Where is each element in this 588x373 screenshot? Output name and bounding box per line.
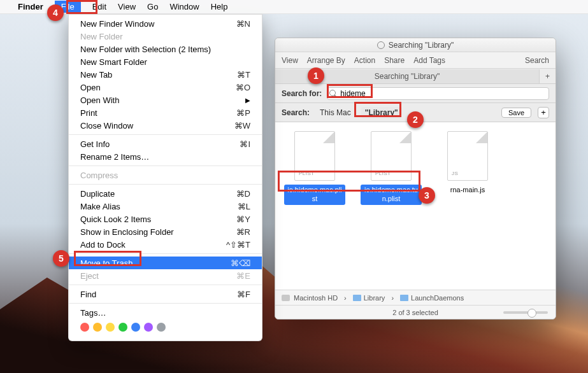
menu-item-eject: Eject⌘E [69,269,262,282]
toolbar-search[interactable]: Search [525,56,549,65]
callout-4: 4 [47,4,64,21]
menu-item-new-finder-window[interactable]: New Finder Window⌘N [69,17,262,30]
path-bar: Macintosh HD›Library›LaunchDaemons [275,290,556,305]
file-name: rna-main.js [448,185,487,196]
menubar-help[interactable]: Help [211,2,228,11]
path-crumb[interactable]: Macintosh HD [294,294,338,302]
file-name: io.hideme.mac.plist [284,185,345,205]
toolbar-view[interactable]: View [282,56,298,65]
menu-item-find[interactable]: Find⌘F [69,288,262,300]
add-criteria-button[interactable]: + [538,107,549,118]
menu-item-duplicate[interactable]: Duplicate⌘D [69,187,262,200]
search-icon [329,90,337,97]
menu-item-get-info[interactable]: Get Info⌘I [69,137,262,150]
callout-5: 5 [53,250,69,267]
path-crumb[interactable]: LaunchDaemons [400,294,464,302]
file-item[interactable]: PLISTio.hideme.mac.plist [284,131,345,205]
menu-item-new-folder: New Folder [69,30,262,43]
menu-item-rename-2-items[interactable]: Rename 2 Items… [69,150,262,163]
menu-item-quick-look-2-items[interactable]: Quick Look 2 Items⌘Y [69,213,262,225]
menu-item-make-alias[interactable]: Make Alias⌘L [69,200,262,213]
window-title: Searching "Library" [389,41,454,50]
menubar-app[interactable]: Finder [18,2,43,11]
finder-toolbar: View Arrange By Action Share Add Tags Se… [275,52,556,69]
menubar: Finder File Edit View Go Window Help [0,0,588,14]
menubar-view[interactable]: View [118,2,136,11]
search-input[interactable] [327,87,549,100]
menu-item-new-folder-with-selection-2-items[interactable]: New Folder with Selection (2 Items) [69,43,262,55]
path-crumb[interactable]: Library [353,294,385,302]
menu-item-open-with[interactable]: Open With▶ [69,94,262,106]
menubar-window[interactable]: Window [169,2,199,11]
folder-icon [353,295,361,301]
menu-item-move-to-trash[interactable]: Move to Trash⌘⌫ [69,257,262,269]
file-icon: PLIST [371,131,412,181]
save-search-button[interactable]: Save [501,108,531,118]
menubar-edit[interactable]: Edit [92,2,106,11]
menu-item-new-smart-folder[interactable]: New Smart Folder [69,55,262,68]
toolbar-action[interactable]: Action [354,56,375,65]
file-item[interactable]: PLISTio.hideme.mac.tun.plist [361,131,422,205]
callout-3: 3 [419,187,435,204]
disk-icon [282,295,290,301]
menu-item-print[interactable]: Print⌘P [69,106,262,119]
search-for-bar: Search for: [275,84,556,103]
file-item[interactable]: JSrna-main.js [437,131,498,196]
smart-folder-icon [377,41,385,49]
toolbar-arrange[interactable]: Arrange By [307,56,345,65]
file-name: io.hideme.mac.tun.plist [361,185,422,205]
menu-item-show-in-enclosing-folder[interactable]: Show in Enclosing Folder⌘R [69,225,262,238]
toolbar-share[interactable]: Share [384,56,405,65]
icon-size-slider[interactable] [503,311,548,314]
finder-titlebar[interactable]: Searching "Library" [275,38,556,52]
menu-item-add-to-dock[interactable]: Add to Dock^⇧⌘T [69,238,262,251]
callout-2: 2 [407,111,424,128]
file-icon: JS [447,131,488,181]
scope-this-mac[interactable]: This Mac [316,107,355,118]
toolbar-tags[interactable]: Add Tags [413,56,445,65]
finder-content[interactable]: PLISTio.hideme.mac.plistPLISTio.hideme.m… [275,122,556,290]
menu-item-new-tab[interactable]: New Tab⌘T [69,68,262,81]
file-icon: PLIST [294,131,335,181]
menu-item-compress: Compress [69,169,262,181]
file-menu-dropdown: New Finder Window⌘NNew FolderNew Folder … [68,14,262,341]
status-bar: 2 of 3 selected [275,305,556,319]
scope-library[interactable]: "Library" [361,107,402,118]
menu-item-open[interactable]: Open⌘O [69,81,262,94]
tag-color-dots[interactable] [69,319,262,338]
callout-1: 1 [308,67,324,84]
menubar-go[interactable]: Go [147,2,158,11]
new-tab-button[interactable]: + [539,69,556,83]
menu-item-close-window[interactable]: Close Window⌘W [69,119,262,132]
search-for-label: Search for: [282,89,322,98]
scope-label: Search: [282,108,310,117]
menu-item-tags[interactable]: Tags… [69,306,262,319]
folder-icon [400,295,408,301]
status-text: 2 of 3 selected [392,309,438,316]
